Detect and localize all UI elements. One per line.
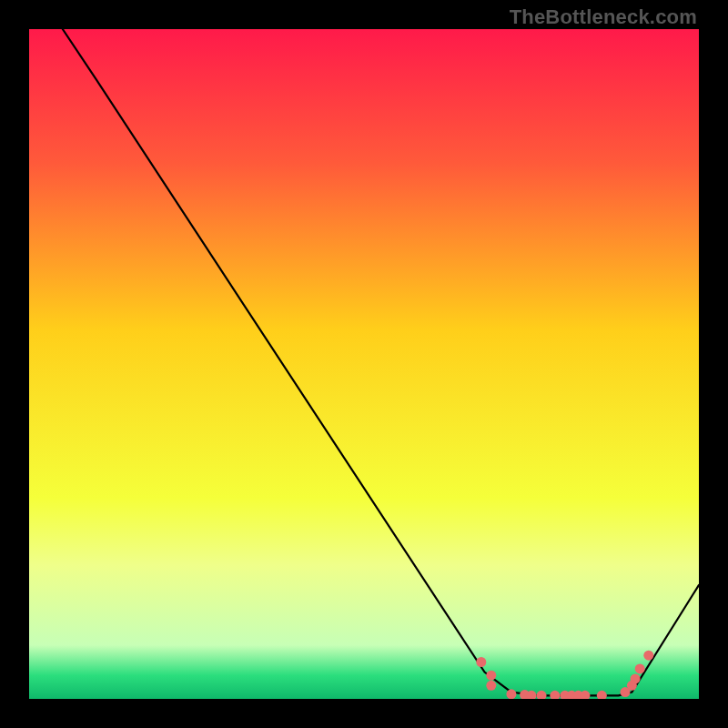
data-marker bbox=[631, 673, 641, 683]
data-marker bbox=[506, 689, 516, 699]
data-marker bbox=[476, 657, 486, 667]
chart-frame: TheBottleneck.com bbox=[0, 0, 728, 728]
data-marker bbox=[486, 671, 496, 681]
watermark: TheBottleneck.com bbox=[510, 5, 697, 29]
data-marker bbox=[643, 651, 653, 661]
data-marker bbox=[635, 663, 645, 673]
data-marker bbox=[486, 681, 496, 691]
plot-area bbox=[29, 29, 699, 699]
chart-svg bbox=[29, 29, 699, 699]
